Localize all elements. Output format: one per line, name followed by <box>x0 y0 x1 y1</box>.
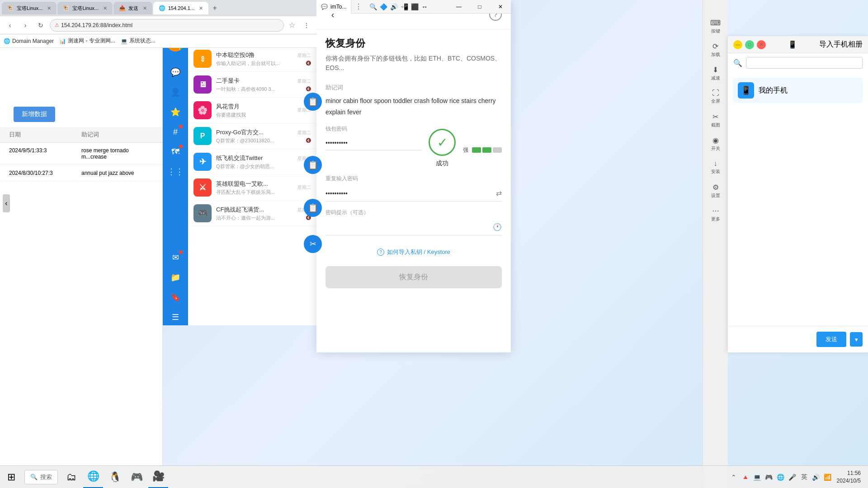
qq-map-icon[interactable]: 🗺 <box>167 144 184 160</box>
start-button[interactable]: ⊞ <box>0 466 23 488</box>
rp-minimize-button[interactable]: — <box>733 40 742 49</box>
bookmark-speedtest[interactable]: 📊 测速网 - 专业测网... <box>59 37 115 45</box>
confirm-password-input-wrap: ⇄ <box>326 185 502 202</box>
imto-menu-button[interactable]: ⋮ <box>351 2 366 11</box>
rt-keyboard-button[interactable]: ⌨ 按键 <box>707 18 725 34</box>
password-input[interactable] <box>326 139 421 146</box>
chat-item-lol[interactable]: ⚔ 英雄联盟电一艾欧... 寻匹配大乱斗下棋娱乐局... 星期二 <box>188 175 316 201</box>
chat-time-crypto: 星期二 <box>297 52 311 59</box>
float-copy-button-3[interactable]: 📋 <box>304 199 322 217</box>
table-row[interactable]: 2024/9/5/1:33:3 rose merge tornado m...c… <box>0 143 162 165</box>
chat-item-telegram[interactable]: ✈ 纸飞机交流Twitter Q群管家：@少女的朝思... 星期二 🔇 <box>188 149 316 175</box>
browser-tab-2[interactable]: 🐮 宝塔Linux... ✕ <box>57 2 112 14</box>
rt-screenshot-button[interactable]: ✂ 截图 <box>707 112 725 128</box>
scroll-arrow-left[interactable]: ‹ <box>3 194 10 212</box>
taskbar-app-screen[interactable]: 🎥 <box>148 466 168 488</box>
rt-slow-button[interactable]: ⬇ 减速 <box>707 65 725 81</box>
qq-email-icon[interactable]: ✉ <box>167 249 184 266</box>
rp-search-input[interactable] <box>746 57 863 69</box>
chat-item-gpu[interactable]: 🖥 二手显卡 一叶知秋：高价收4090 3... 星期二 🔇 <box>188 72 316 98</box>
qq-hashtag-icon[interactable]: # <box>167 124 184 140</box>
forward-button[interactable]: › <box>19 19 32 32</box>
tray-antivirus[interactable]: 🔺 <box>740 472 751 483</box>
tray-volume[interactable]: 🔊 <box>811 472 821 483</box>
rp-maximize-button[interactable]: □ <box>745 40 754 49</box>
hint-input-wrap: 🕐 <box>326 219 502 235</box>
keystore-link[interactable]: ? 如何导入私钥 / Keystore <box>316 243 511 262</box>
rt-toggle-button[interactable]: ◉ 开关 <box>707 136 725 152</box>
qq-bookmark-icon[interactable]: 🔖 <box>167 289 184 305</box>
rt-fullscreen-button[interactable]: ⛶ 全屏 <box>707 89 725 105</box>
bookmark-domain-manager[interactable]: 🌐 Domain Manager <box>4 38 54 44</box>
qq-contacts-icon[interactable]: 👤 <box>167 84 184 100</box>
tab-close-1[interactable]: ✕ <box>47 5 51 11</box>
tray-network[interactable]: 📶 <box>822 472 833 483</box>
back-button[interactable]: ‹ <box>4 19 16 32</box>
qq-folder-icon[interactable]: 📁 <box>167 269 184 286</box>
taskbar-app-chrome[interactable]: 🌐 <box>83 466 103 488</box>
chat-item-wind[interactable]: 🌸 风花雪月 你要搭建找我 星期二 <box>188 98 316 123</box>
imto-tool-6[interactable]: ↔ <box>421 3 428 10</box>
imto-close-button[interactable]: ✕ <box>490 0 511 14</box>
imto-minimize-button[interactable]: — <box>448 0 469 14</box>
recover-button[interactable]: 恢复身份 <box>326 266 502 288</box>
confirm-password-input[interactable] <box>326 190 496 197</box>
taskbar-app-game[interactable]: 🎮 <box>127 466 146 488</box>
bookmark-system[interactable]: 💻 系统状态... <box>121 37 156 45</box>
rt-more-button[interactable]: ⋯ 更多 <box>707 206 725 222</box>
address-bar[interactable]: ⚠ 154.204.179.26:88/index.html <box>50 19 284 32</box>
chat-item-proxy[interactable]: P Proxy-Go官方交... Q群管家：@230013820... 星期二 … <box>188 123 316 149</box>
chat-item-cf[interactable]: 🎮 CF挑战起飞满货... 治不开心：邀你一起为游... 星期二 🔇 <box>188 201 316 226</box>
chat-avatar-lol: ⚔ <box>193 178 212 197</box>
hint-clock-icon[interactable]: 🕐 <box>493 223 502 231</box>
imto-tool-3[interactable]: 🔊 <box>390 3 398 10</box>
confirm-password-icon[interactable]: ⇄ <box>496 189 502 197</box>
scissors-button[interactable]: ✂ <box>304 235 322 253</box>
tray-mic[interactable]: 🎤 <box>787 472 798 483</box>
qq-chat-icon[interactable]: 💬 <box>167 64 184 80</box>
table-row[interactable]: 2024/8/30/10:27:3 annual put jazz above <box>0 165 162 181</box>
tab-close-3[interactable]: ✕ <box>143 5 147 11</box>
chat-item-crypto[interactable]: ₿ 中本聪空投0撸 你输入助记词，后台就可以... 星期二 🔇 <box>188 46 316 72</box>
new-tab-button[interactable]: + <box>209 3 220 14</box>
refresh-button[interactable]: ↻ <box>34 19 47 32</box>
tray-browser[interactable]: 🌐 <box>775 472 786 483</box>
taskbar-app-explorer[interactable]: 🗂 <box>61 466 81 488</box>
tray-steam[interactable]: 💻 <box>752 472 763 483</box>
extensions-button[interactable]: ⋮ <box>300 19 313 32</box>
float-copy-button-2[interactable]: 📋 <box>304 156 322 174</box>
tray-chevron[interactable]: ⌃ <box>728 472 739 483</box>
imto-tab[interactable]: 💬 imTo... <box>316 0 351 14</box>
rp-close-button[interactable]: ✕ <box>757 40 766 49</box>
tab-close-2[interactable]: ✕ <box>103 5 107 11</box>
taskbar-app-linux[interactable]: 🐧 <box>105 466 125 488</box>
browser-tab-1[interactable]: 🐮 宝塔Linux... ✕ <box>2 2 57 14</box>
rt-settings-button[interactable]: ⚙ 设置 <box>707 183 725 199</box>
float-copy-button-1[interactable]: 📋 <box>304 93 322 111</box>
hint-input[interactable] <box>326 224 493 231</box>
tray-time[interactable]: 11:56 2024/10/5 <box>835 469 863 485</box>
imto-tool-4[interactable]: 📲 <box>401 3 408 10</box>
success-circle: ✓ <box>429 129 456 156</box>
browser-tab-4[interactable]: 🌐 154.204.1... ✕ <box>153 2 208 14</box>
imto-tool-1[interactable]: 🔍 <box>369 3 377 10</box>
qq-favorites-icon[interactable]: ⭐ <box>167 104 184 120</box>
imto-maximize-button[interactable]: □ <box>469 0 490 14</box>
tray-lang[interactable]: 英 <box>799 472 810 483</box>
add-data-button[interactable]: 新增数据 <box>14 107 55 122</box>
rp-send-dropdown[interactable]: ▾ <box>850 332 863 347</box>
tab-close-4[interactable]: ✕ <box>199 5 203 11</box>
taskbar-search[interactable]: 🔍 搜索 <box>24 470 58 484</box>
qq-menu-icon[interactable]: ☰ <box>167 309 184 325</box>
imto-tool-2[interactable]: 🔷 <box>380 3 387 10</box>
chat-name-gpu: 二手显卡 <box>216 77 293 85</box>
rp-phone-item[interactable]: 📱 我的手机 <box>733 78 863 103</box>
rt-install-button[interactable]: ↓ 安装 <box>707 159 725 175</box>
browser-tab-3[interactable]: 📤 发送 ✕ <box>113 2 152 14</box>
imto-tool-5[interactable]: ⬛ <box>411 3 419 10</box>
qq-apps-icon[interactable]: ⋮⋮ <box>167 164 184 180</box>
rp-send-button[interactable]: 发送 <box>816 332 846 347</box>
bookmark-button[interactable]: ☆ <box>287 20 297 31</box>
tray-game[interactable]: 🎮 <box>764 472 774 483</box>
rt-load-button[interactable]: ⟳ 加载 <box>707 42 725 58</box>
